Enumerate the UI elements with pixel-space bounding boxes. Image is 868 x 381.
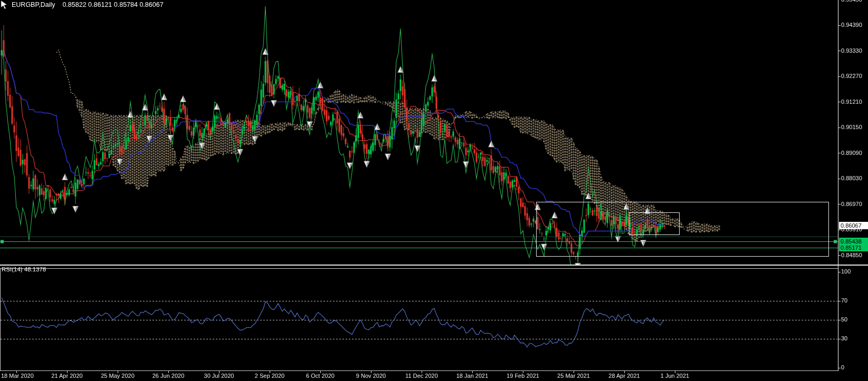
date-axis-label: 26 Jun 2020 [152,373,185,379]
rsi-axis-label: 70 [841,297,847,304]
price-axis-label: 0.84850 [841,252,862,258]
price-axis-label: 0.90150 [841,124,862,130]
date-axis-label: 19 Feb 2021 [507,373,539,379]
date-axis-label: 6 Oct 2020 [306,373,335,379]
date-axis-label: 11 Dec 2020 [405,373,438,379]
date-axis-label: 25 May 2020 [101,373,135,379]
price-axis-label: 0.91210 [841,99,862,105]
date-axis-label: 25 Mar 2021 [557,373,590,379]
support-price-tag: 0.85171 [839,244,868,251]
rsi-indicator-label: RSI(14) 48.1378 [2,266,46,273]
ohlc-values: 0.85822 0.86121 0.85784 0.86067 [62,1,163,8]
date-axis-label: 18 Jan 2021 [456,373,489,379]
current-price-tag: 0.86067 [839,222,868,229]
date-axis-label: 28 Apr 2021 [608,373,640,379]
rsi-axis-label: 0 [841,364,844,370]
rsi-axis-label: 30 [841,335,847,341]
date-axis-label: 30 Jul 2020 [204,373,234,379]
price-axis-label: 0.88030 [841,175,862,181]
date-axis-label: 9 Nov 2020 [356,373,386,379]
price-axis-label: 0.95450 [841,0,862,3]
date-axis-label: 21 Apr 2020 [51,373,82,379]
rsi-axis-label: 100 [841,268,851,275]
date-axis-label: 1 Jun 2021 [661,373,689,379]
price-axis-label: 0.93330 [841,47,862,54]
price-axis-label: 0.89090 [841,150,862,156]
cursor-arrow-icon [1,1,10,10]
date-axis-label: 2 Sep 2020 [255,373,284,379]
chart-title: EURGBP,Daily0.85822 0.86121 0.85784 0.86… [12,2,164,8]
symbol-timeframe-label: EURGBP,Daily [12,1,55,8]
price-axis-label: 0.94390 [841,22,862,28]
rsi-axis-label: 50 [841,316,847,323]
chart-window: EURGBP,Daily0.85822 0.86121 0.85784 0.86… [0,0,868,381]
date-axis-label: 18 Mar 2020 [1,373,34,379]
price-axis-label: 0.92270 [841,73,862,79]
chart-canvas[interactable] [0,0,868,381]
price-axis-label: 0.86970 [841,201,862,207]
